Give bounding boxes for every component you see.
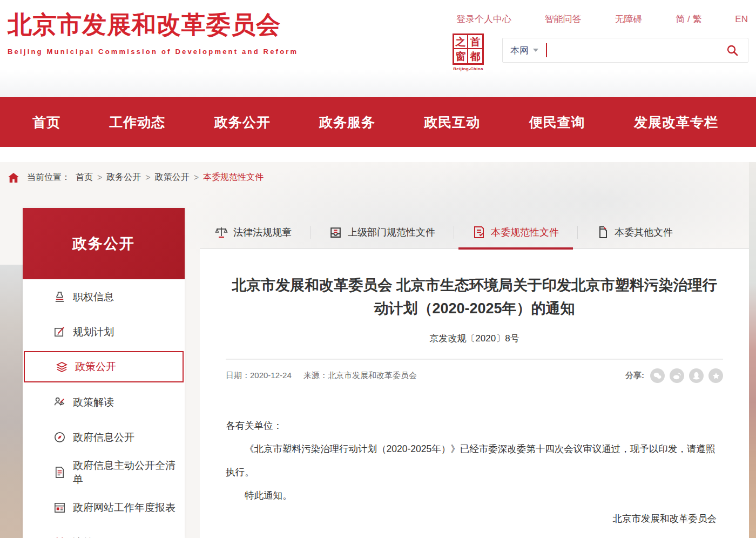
top-links: 登录个人中心 智能问答 无障碍 简 / 繁 EN [456, 13, 748, 25]
search-scope-label: 本网 [510, 44, 529, 57]
star-icon [712, 372, 720, 380]
site-title: 北京市发展和改革委员会 [8, 9, 298, 41]
sidebar-item-decision-catalog[interactable]: 决策目录 [23, 525, 185, 538]
seal-icon: 之 首 窗 都 [453, 33, 484, 65]
article-title: 北京市发展和改革委员会 北京市生态环境局关于印发北京市塑料污染治理行动计划（20… [226, 274, 723, 320]
article-meta: 日期：2020-12-24 来源：北京市发展和改革委员会 分享: [226, 368, 723, 383]
stamp-icon [53, 291, 66, 304]
search-scope-dropdown[interactable]: 本网 [510, 44, 538, 57]
article-body: 各有关单位： 《北京市塑料污染治理行动计划（2020-2025年）》已经市委深改… [226, 414, 723, 530]
person-pen-icon [53, 396, 66, 409]
tab-divider [577, 226, 578, 239]
tab-commission-other-docs[interactable]: 本委其他文件 [582, 216, 687, 248]
article-source: 北京市发展和改革委员会 [328, 371, 417, 380]
sidebar-item-policy-interpretation[interactable]: 政策解读 [23, 385, 185, 420]
sidebar: 政务公开 职权信息 规划计划 政策公开 政策解读 [23, 208, 185, 538]
scale-icon [215, 226, 228, 239]
breadcrumb-gov-disclosure[interactable]: 政务公开 [106, 172, 141, 183]
inbox-icon [329, 226, 342, 239]
sidebar-item-policy-disclosure[interactable]: 政策公开 [24, 351, 184, 382]
left-artwork-strip [0, 265, 23, 538]
sidebar-item-label: 规划计划 [73, 325, 114, 339]
notice-line: 特此通知。 [226, 484, 723, 507]
qq-icon [693, 372, 700, 380]
nav-item-gov-disclosure[interactable]: 政务公开 [214, 113, 271, 131]
share-wechat-button[interactable] [650, 368, 665, 383]
simplified-traditional-link[interactable]: 简 / 繁 [676, 13, 701, 25]
tab-divider [310, 226, 310, 239]
document-icon [473, 226, 485, 239]
seal-caption: Beijing-China [451, 66, 485, 71]
sidebar-item-label: 政府信息公开 [73, 431, 134, 445]
article: 北京市发展和改革委员会 北京市生态环境局关于印发北京市塑料污染治理行动计划（20… [200, 249, 749, 538]
sidebar-item-label: 政府信息主动公开全清单 [73, 459, 185, 487]
tab-commission-normative-docs[interactable]: 本委规范性文件 [458, 216, 573, 248]
paragraph: 《北京市塑料污染治理行动计划（2020-2025年）》已经市委深改委第十四次会议… [226, 438, 723, 484]
share-favorite-button[interactable] [708, 368, 723, 383]
breadcrumb-separator: > [97, 173, 102, 183]
tab-label: 上级部门规范性文件 [348, 226, 435, 239]
report-calendar-icon [53, 501, 66, 514]
source-label: 来源： [303, 371, 328, 380]
sidebar-item-planning[interactable]: 规划计划 [23, 314, 185, 349]
nav-item-convenience-query[interactable]: 便民查询 [529, 113, 585, 131]
share-qq-button[interactable] [689, 368, 704, 383]
search-input[interactable] [549, 39, 724, 61]
tab-label: 本委规范性文件 [491, 226, 559, 239]
site-header: 北京市发展和改革委员会 Beijing Municipal Commission… [0, 0, 756, 97]
share-bar: 分享: [625, 368, 723, 383]
seal-char: 窗 [454, 49, 468, 63]
sidebar-item-gov-info-disclosure[interactable]: 政府信息公开 [23, 420, 185, 455]
main-nav: 首页 工作动态 政务公开 政务服务 政民互动 便民查询 发展改革专栏 [0, 97, 756, 147]
breadcrumb-separator: > [194, 173, 199, 183]
date-source: 日期：2020-12-24 来源：北京市发展和改革委员会 [226, 371, 417, 381]
accessibility-link[interactable]: 无障碍 [615, 13, 643, 25]
nav-item-gov-services[interactable]: 政务服务 [319, 113, 375, 131]
nav-item-interaction[interactable]: 政民互动 [424, 113, 480, 131]
search-icon [726, 44, 739, 57]
weibo-icon [673, 372, 681, 380]
salutation: 各有关单位： [226, 414, 723, 438]
share-label: 分享: [625, 371, 644, 381]
search-bar: 本网 [502, 38, 748, 63]
breadcrumb-home[interactable]: 首页 [76, 172, 93, 183]
seal-char: 之 [454, 35, 468, 49]
article-date: 2020-12-24 [250, 371, 292, 380]
sidebar-item-proactive-disclosure-list[interactable]: 政府信息主动公开全清单 [23, 455, 185, 490]
english-link[interactable]: EN [735, 14, 748, 25]
page: 北京市发展和改革委员会 Beijing Municipal Commission… [0, 0, 756, 538]
breadcrumb: 当前位置： 首页 > 政务公开 > 政策公开 > 本委规范性文件 [8, 172, 264, 183]
nav-item-reform-column[interactable]: 发展改革专栏 [634, 113, 718, 131]
seal-char: 都 [468, 49, 482, 63]
nav-item-work-news[interactable]: 工作动态 [109, 113, 165, 131]
sidebar-item-label: 政策公开 [75, 360, 116, 374]
nav-item-home[interactable]: 首页 [32, 113, 60, 131]
sidebar-item-authority-info[interactable]: 职权信息 [23, 279, 185, 314]
beijing-china-seal-logo[interactable]: 之 首 窗 都 Beijing-China [451, 33, 485, 71]
tab-divider [454, 226, 454, 239]
site-subtitle: Beijing Municipal Commission of Developm… [8, 48, 298, 56]
tab-laws-regulations[interactable]: 法律法规规章 [201, 216, 306, 248]
sidebar-item-label: 决策目录 [73, 536, 114, 538]
share-weibo-button[interactable] [670, 368, 684, 383]
chevron-down-icon [533, 49, 538, 52]
search-button[interactable] [724, 42, 740, 58]
site-logo[interactable]: 北京市发展和改革委员会 Beijing Municipal Commission… [8, 9, 298, 56]
sidebar-item-label: 政府网站工作年度报表 [73, 501, 176, 515]
smart-qa-link[interactable]: 智能问答 [545, 13, 582, 25]
breadcrumb-current: 本委规范性文件 [203, 172, 264, 183]
tab-superior-normative-docs[interactable]: 上级部门规范性文件 [315, 216, 449, 248]
document-list-icon [53, 466, 66, 479]
breadcrumb-separator: > [145, 173, 150, 183]
home-icon[interactable] [8, 172, 19, 183]
sidebar-title: 政务公开 [72, 234, 135, 253]
text-cursor [546, 43, 547, 57]
login-link[interactable]: 登录个人中心 [456, 13, 511, 25]
sidebar-item-annual-website-report[interactable]: 政府网站工作年度报表 [23, 490, 185, 525]
tab-label: 法律法规规章 [233, 226, 292, 239]
sidebar-item-label: 政策解读 [73, 395, 114, 409]
breadcrumb-policy-disclosure[interactable]: 政策公开 [155, 172, 190, 183]
decision-calendar-icon [53, 536, 66, 538]
date-label: 日期： [226, 371, 250, 380]
divider [226, 359, 723, 360]
